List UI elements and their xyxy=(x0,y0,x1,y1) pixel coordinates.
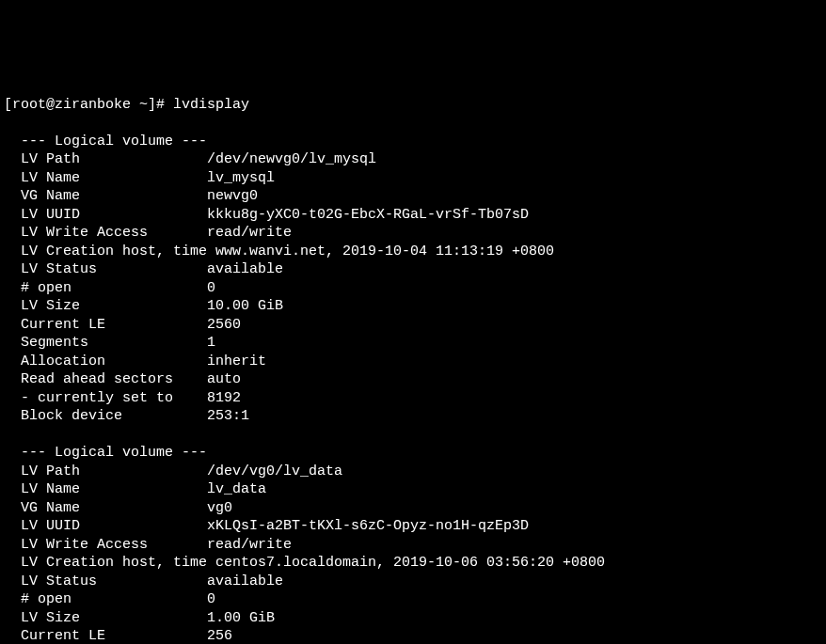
lv-field-row: # open 0 xyxy=(4,590,822,609)
lv-field-row: Read ahead sectors auto xyxy=(4,370,822,389)
lv-header: --- Logical volume --- xyxy=(4,133,822,151)
lv-field-row: Current LE 256 xyxy=(4,627,822,644)
lv-field-row: Current LE 2560 xyxy=(4,316,822,335)
lv-field-row: LV Size 1.00 GiB xyxy=(4,609,822,628)
lv-field-row: LV Write Access read/write xyxy=(4,224,822,243)
lv-field-row: LV Status available xyxy=(4,260,822,279)
lv-field-row: LV Creation host, time centos7.localdoma… xyxy=(4,554,822,573)
lv-field-row: VG Name vg0 xyxy=(4,499,822,518)
lv-field-row: LV UUID kkku8g-yXC0-t02G-EbcX-RGaL-vrSf-… xyxy=(4,206,822,225)
lv-field-row: LV Name lv_data xyxy=(4,480,822,499)
shell-prompt: [root@ziranboke ~]# xyxy=(4,96,173,115)
command-line-1: [root@ziranboke ~]# lvdisplay xyxy=(4,96,822,115)
terminal-output[interactable]: [root@ziranboke ~]# lvdisplay --- Logica… xyxy=(4,77,822,644)
blank-line xyxy=(4,426,822,445)
lv-field-row: VG Name newvg0 xyxy=(4,187,822,206)
lv-field-row: Segments 1 xyxy=(4,334,822,353)
lv-field-row: Block device 253:1 xyxy=(4,407,822,426)
command-text: lvdisplay xyxy=(173,96,249,115)
lv-field-row: LV Write Access read/write xyxy=(4,536,822,555)
lv-field-row: LV Path /dev/newvg0/lv_mysql xyxy=(4,150,822,169)
lv-field-row: LV UUID xKLQsI-a2BT-tKXl-s6zC-Opyz-no1H-… xyxy=(4,517,822,536)
lv-field-row: LV Size 10.00 GiB xyxy=(4,297,822,316)
lv-field-row: - currently set to 8192 xyxy=(4,389,822,408)
lv-field-row: LV Path /dev/vg0/lv_data xyxy=(4,463,822,481)
lv-field-row: LV Status available xyxy=(4,573,822,591)
lv-header: --- Logical volume --- xyxy=(4,444,822,463)
lv-field-row: LV Name lv_mysql xyxy=(4,169,822,188)
lv-field-row: LV Creation host, time www.wanvi.net, 20… xyxy=(4,243,822,261)
lv-field-row: # open 0 xyxy=(4,279,822,298)
lv-field-row: Allocation inherit xyxy=(4,353,822,371)
